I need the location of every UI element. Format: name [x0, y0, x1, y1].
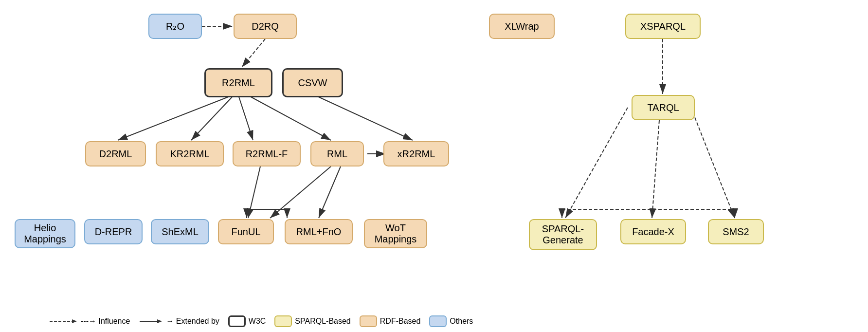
node-facadex: Facade-X [620, 219, 686, 244]
legend-others-box [429, 315, 447, 327]
node-r2rmlf: R2RML-F [233, 141, 301, 166]
node-r2o: R₂O [148, 14, 202, 39]
svg-marker-26 [157, 319, 162, 323]
legend-sparql: SPARQL-Based [274, 315, 350, 327]
node-heliomappings: Helio Mappings [15, 219, 75, 248]
node-r2rml-label: R2RML [222, 77, 255, 89]
node-sparqlgenerate-label: SPARQL- Generate [542, 223, 584, 246]
node-shexml: ShExML [151, 219, 209, 244]
legend-sparql-label: SPARQL-Based [295, 317, 350, 326]
legend-rdf-box [360, 315, 377, 327]
node-kr2rml-label: KR2RML [170, 148, 209, 160]
legend-w3c-box [228, 315, 246, 327]
svg-line-19 [691, 108, 735, 218]
svg-marker-24 [72, 319, 77, 323]
node-wotmappings-label: WoT Mappings [375, 222, 417, 245]
node-drepr: D-REPR [84, 219, 143, 244]
node-d2rq: D2RQ [234, 14, 297, 39]
node-kr2rml: KR2RML [156, 141, 224, 166]
node-csvw-label: CSVW [298, 77, 327, 89]
node-facadex-label: Facade-X [632, 226, 674, 238]
svg-line-11 [270, 166, 331, 218]
svg-line-17 [565, 108, 628, 218]
svg-line-5 [191, 95, 234, 140]
legend-others-label: Others [450, 317, 473, 326]
svg-line-12 [319, 166, 341, 218]
legend-extended: → Extended by [139, 316, 219, 326]
svg-line-4 [118, 95, 232, 140]
node-drepr-label: D-REPR [95, 226, 132, 238]
node-csvw: CSVW [282, 68, 343, 97]
diagram: R₂O D2RQ R2RML CSVW D2RML KR2RML R2RML-F… [0, 0, 868, 332]
node-r2rml: R2RML [204, 68, 272, 97]
node-rml: RML [310, 141, 364, 166]
svg-line-18 [652, 120, 659, 218]
node-shexml-label: ShExML [162, 226, 199, 238]
node-sms2: SMS2 [708, 219, 764, 244]
node-wotmappings: WoT Mappings [364, 219, 427, 248]
node-heliomappings-label: Helio Mappings [24, 222, 66, 245]
legend-w3c: W3C [228, 315, 266, 327]
node-r2o-label: R₂O [166, 20, 184, 32]
node-d2rq-label: D2RQ [252, 21, 279, 32]
node-xlwrap: XLWrap [489, 14, 555, 39]
node-d2rml-label: D2RML [99, 148, 132, 160]
svg-line-6 [238, 95, 253, 140]
node-xsparql: XSPARQL [625, 14, 701, 39]
legend-influence: ---→ Influence [49, 316, 130, 326]
legend-rdf-label: RDF-Based [380, 317, 421, 326]
legend-extended-label: → Extended by [166, 317, 219, 326]
legend-others: Others [429, 315, 473, 327]
node-d2rml: D2RML [85, 141, 146, 166]
node-rmlfno: RML+FnO [285, 219, 353, 244]
legend-influence-icon [49, 316, 78, 326]
svg-line-8 [315, 95, 413, 140]
svg-line-10 [248, 166, 260, 218]
legend-sparql-box [274, 315, 292, 327]
legend-w3c-label: W3C [249, 317, 266, 326]
node-r2rmlf-label: R2RML-F [246, 148, 288, 160]
node-sparqlgenerate: SPARQL- Generate [529, 219, 597, 250]
node-xr2rml-label: xR2RML [398, 148, 435, 160]
node-rml-label: RML [327, 148, 347, 160]
node-tarql: TARQL [632, 95, 695, 120]
node-tarql-label: TARQL [647, 102, 679, 113]
node-funul-label: FunUL [231, 226, 260, 238]
legend-influence-label: ---→ Influence [81, 317, 130, 326]
svg-line-7 [248, 95, 331, 140]
legend-extended-icon [139, 316, 163, 326]
node-rmlfno-label: RML+FnO [296, 226, 342, 238]
legend-rdf: RDF-Based [360, 315, 421, 327]
node-funul: FunUL [218, 219, 274, 244]
legend: ---→ Influence → Extended by W3C SPARQL-… [49, 315, 473, 327]
node-sms2-label: SMS2 [723, 226, 749, 238]
node-xsparql-label: XSPARQL [640, 21, 686, 32]
svg-line-3 [242, 39, 265, 67]
node-xr2rml: xR2RML [383, 141, 449, 166]
node-xlwrap-label: XLWrap [505, 21, 539, 32]
